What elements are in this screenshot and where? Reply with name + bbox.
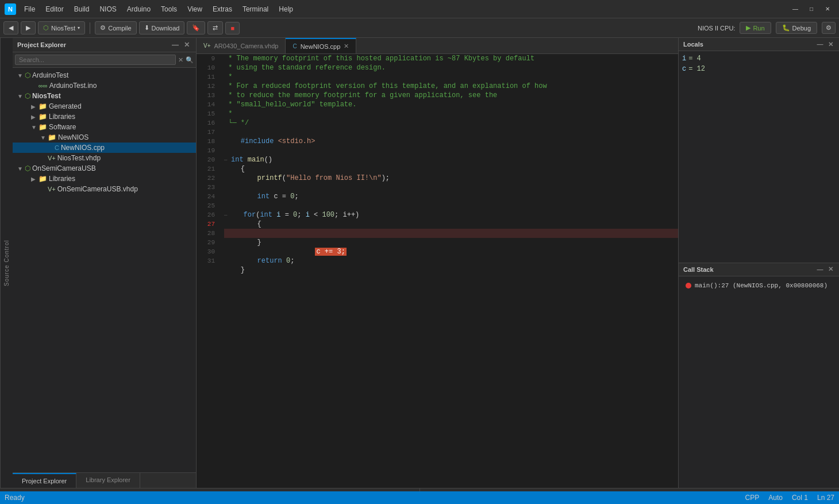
bookmark-button[interactable]: 🔖 bbox=[187, 21, 205, 34]
callstack-dot bbox=[686, 283, 691, 288]
line-num: 12 bbox=[197, 82, 215, 91]
tab-ar0430[interactable]: V+ AR0430_Camera.vhdp bbox=[197, 38, 286, 53]
code-line: } bbox=[224, 266, 678, 275]
panel-minimize-button[interactable]: — bbox=[171, 40, 180, 49]
maximize-button[interactable]: □ bbox=[805, 4, 818, 14]
locals-minimize[interactable]: — bbox=[816, 40, 824, 48]
download-button[interactable]: ⬇ Download bbox=[139, 21, 185, 34]
line-num: 28 bbox=[197, 229, 215, 238]
tab-newnios-cpp[interactable]: C NewNIOS.cpp ✕ bbox=[286, 38, 356, 53]
editor-area: V+ AR0430_Camera.vhdp C NewNIOS.cpp ✕ 9 … bbox=[197, 38, 678, 488]
tree-label: ArduinoTest.ino bbox=[49, 82, 97, 90]
project-icon: ⬡ bbox=[25, 164, 30, 172]
project-icon: ⬡ bbox=[25, 92, 30, 100]
tree-item-newnios[interactable]: ▼ 📁 NewNIOS bbox=[13, 132, 196, 143]
tab-label: AR0430_Camera.vhdp bbox=[214, 43, 279, 49]
code-line-breakpoint: c += 3; bbox=[224, 229, 678, 238]
menu-tools[interactable]: Tools bbox=[156, 3, 182, 15]
code-line: — for(int i = 0; i < 100; i++) bbox=[224, 210, 678, 220]
line-num: 19 bbox=[197, 146, 215, 155]
back-button[interactable]: ◀ bbox=[3, 21, 18, 34]
run-button[interactable]: ▶ Run bbox=[740, 22, 771, 34]
code-line bbox=[224, 146, 678, 155]
nios-cpu-label: NIOS II CPU: bbox=[698, 25, 735, 32]
locals-panel-header: Locals — ✕ bbox=[679, 38, 839, 51]
menu-arduino[interactable]: Arduino bbox=[122, 3, 155, 15]
clear-search-icon[interactable]: ✕ bbox=[178, 56, 183, 64]
minimize-button[interactable]: — bbox=[788, 4, 802, 14]
line-num: 18 bbox=[197, 137, 215, 146]
debug-button[interactable]: 🐛 Debug bbox=[776, 22, 817, 34]
line-num: 17 bbox=[197, 128, 215, 137]
tree-item-niostest-vhdp[interactable]: V+ NiosTest.vhdp bbox=[13, 153, 196, 163]
close-button[interactable]: ✕ bbox=[821, 4, 834, 14]
run-label: Run bbox=[753, 25, 764, 32]
code-line: #include <stdio.h> bbox=[224, 137, 678, 146]
menu-build[interactable]: Build bbox=[70, 3, 94, 15]
compile-icon: ⚙ bbox=[100, 24, 106, 32]
tab-close-button[interactable]: ✕ bbox=[344, 43, 349, 50]
tree-item-onsemi-libraries[interactable]: ▶ 📁 Libraries bbox=[13, 174, 196, 184]
tree-item-onsemicamera[interactable]: ▼ ⬡ OnSemiCameraUSB bbox=[13, 163, 196, 174]
menu-terminal[interactable]: Terminal bbox=[238, 3, 273, 15]
menu-nios[interactable]: NIOS bbox=[95, 3, 121, 15]
tree-item-arduinotest-ino[interactable]: ∞∞ ArduinoTest.ino bbox=[13, 80, 196, 91]
compile-label: Compile bbox=[108, 25, 131, 32]
line-num: 20 bbox=[197, 155, 215, 164]
panel-close-button[interactable]: ✕ bbox=[182, 40, 191, 49]
callstack-close[interactable]: ✕ bbox=[826, 266, 834, 274]
callstack-minimize[interactable]: — bbox=[816, 266, 824, 274]
project-tabs: Project Explorer Library Explorer bbox=[13, 472, 196, 488]
project-explorer-title: Project Explorer bbox=[17, 41, 66, 48]
arrows-button[interactable]: ⇄ bbox=[207, 21, 223, 34]
code-line: * The memory footprint of this hosted ap… bbox=[224, 54, 678, 63]
forward-button[interactable]: ▶ bbox=[21, 21, 36, 34]
menu-file[interactable]: File bbox=[20, 3, 40, 15]
tree-item-niostest[interactable]: ▼ ⬡ NiosTest bbox=[13, 91, 196, 101]
tab-library-explorer[interactable]: Library Explorer bbox=[76, 473, 140, 488]
code-line: └─ */ bbox=[224, 118, 678, 128]
status-language: CPP bbox=[745, 494, 760, 502]
code-line bbox=[224, 128, 678, 137]
tree-item-software[interactable]: ▼ 📁 Software bbox=[13, 122, 196, 132]
line-num: 30 bbox=[197, 247, 215, 256]
menu-help[interactable]: Help bbox=[274, 3, 298, 15]
tree-item-libraries[interactable]: ▶ 📁 Libraries bbox=[13, 111, 196, 122]
folder-icon: 📁 bbox=[39, 123, 47, 131]
code-line: } bbox=[224, 238, 678, 247]
local-var-c: c= 12 bbox=[682, 65, 836, 73]
search-icon[interactable]: 🔍 bbox=[186, 56, 194, 64]
project-icon: ⬡ bbox=[43, 24, 49, 32]
code-content[interactable]: * The memory footprint of this hosted ap… bbox=[220, 54, 678, 488]
right-panels: Locals — ✕ i= 4 c= 12 Call Stack — bbox=[678, 38, 839, 488]
stop-button[interactable]: ■ bbox=[225, 22, 240, 34]
locals-content: i= 4 c= 12 bbox=[679, 51, 839, 263]
locals-close[interactable]: ✕ bbox=[826, 40, 834, 48]
project-selector[interactable]: ⬡ NiosTest ▾ bbox=[38, 21, 85, 34]
tree-item-newnios-cpp[interactable]: C NewNIOS.cpp bbox=[13, 143, 196, 153]
tree-label: OnSemiCameraUSB bbox=[32, 164, 96, 172]
tree-label: Libraries bbox=[49, 113, 75, 121]
menu-extras[interactable]: Extras bbox=[208, 3, 237, 15]
code-line: printf("Hello from Nios II!\n"); bbox=[224, 174, 678, 183]
tab-project-explorer[interactable]: Project Explorer bbox=[13, 473, 76, 488]
vhdl-icon: V+ bbox=[48, 186, 56, 193]
compile-button[interactable]: ⚙ Compile bbox=[95, 21, 136, 34]
menu-view[interactable]: View bbox=[183, 3, 207, 15]
code-line bbox=[224, 201, 678, 210]
settings-button[interactable]: ⚙ bbox=[822, 22, 836, 34]
main-area: Source Control Project Explorer — ✕ ✕ 🔍 … bbox=[0, 38, 839, 488]
status-col: Col 1 bbox=[792, 494, 808, 502]
tree-item-onsemi-vhdp[interactable]: V+ OnSemiCameraUSB.vhdp bbox=[13, 184, 196, 194]
locals-panel: Locals — ✕ i= 4 c= 12 bbox=[679, 38, 839, 263]
dropdown-icon: ▾ bbox=[78, 25, 80, 30]
tree-item-generated[interactable]: ▶ 📁 Generated bbox=[13, 101, 196, 111]
search-input[interactable] bbox=[15, 55, 176, 65]
line-num: 16 bbox=[197, 118, 215, 128]
tree-item-arduinotest[interactable]: ▼ ⬡ ArduinoTest bbox=[13, 70, 196, 80]
code-line: * using the standard reference design. bbox=[224, 63, 678, 72]
menu-editor[interactable]: Editor bbox=[41, 3, 68, 15]
project-icon: ⬡ bbox=[25, 71, 30, 79]
line-num: 29 bbox=[197, 238, 215, 247]
code-line: * bbox=[224, 109, 678, 118]
